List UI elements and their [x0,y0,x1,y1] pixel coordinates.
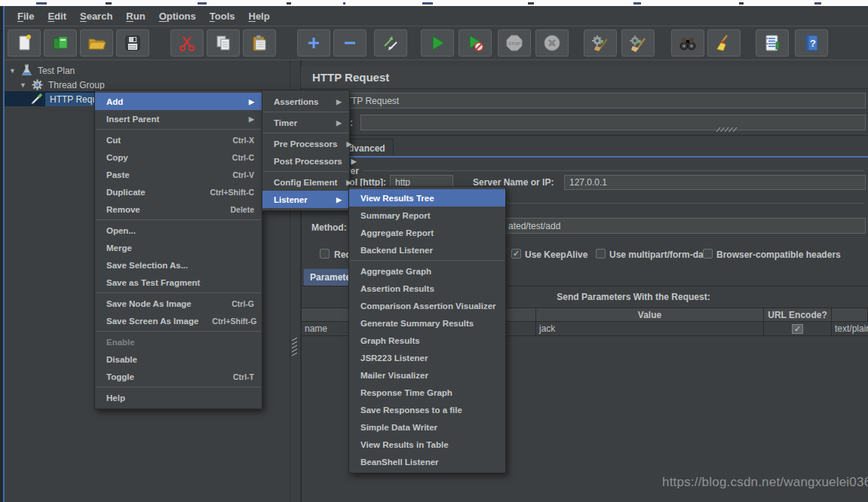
subtract-button[interactable] [333,29,367,57]
tree-item-test-plan[interactable]: ▼ Test Plan [9,63,75,78]
menu-item-jsr223-listener[interactable]: JSR223 Listener [349,349,505,366]
name-field[interactable]: HTTP Request [334,93,866,109]
menu-item-config-element[interactable]: Config Element▶ [262,173,349,191]
menu-item-copy[interactable]: CopyCtrl-C [95,148,262,166]
table-header-value[interactable]: Value [535,308,764,322]
menu-item-save-as-test-fragment[interactable]: Save as Test Fragment [95,274,262,291]
clear-button[interactable] [584,29,617,57]
page-title: HTTP Request [312,71,389,84]
top-artifact [198,2,207,5]
menu-item-open[interactable]: Open... [95,222,262,239]
top-artifact [343,2,345,5]
use-keepalive-checkbox[interactable]: ✓ [511,249,521,259]
menu-item-listener[interactable]: Listener▶ [262,191,349,208]
stop-icon: STOP [505,33,524,53]
browser-compatible-headers-checkbox[interactable] [703,249,713,259]
add-button[interactable] [297,29,330,57]
tree-item-thread-group[interactable]: ▼ Thread Group [20,78,105,92]
templates-icon [51,33,70,53]
menu-item-assertion-results[interactable]: Assertion Results [349,280,505,297]
menu-search[interactable]: Search [73,8,119,25]
menu-item-paste[interactable]: PasteCtrl-V [95,166,262,183]
context-menu: Add▶ Insert Parent▶ CutCtrl-X CopyCtrl-C… [94,90,262,409]
menu-item-insert-parent[interactable]: Insert Parent▶ [95,110,262,127]
table-header-content-type[interactable] [831,308,868,322]
stop-button[interactable]: STOP [498,29,531,57]
paste-button[interactable] [243,29,276,57]
collapse-arrow-icon[interactable]: ▼ [20,81,26,89]
save-button[interactable] [116,29,149,57]
menu-item-add[interactable]: Add▶ [95,93,262,110]
menu-item-help[interactable]: Help [95,389,262,406]
copy-button[interactable] [207,29,240,57]
menu-item-save-node-as-image[interactable]: Save Node As ImageCtrl-G [95,295,262,312]
table-header-url-encode[interactable]: URL Encode? [763,308,832,322]
method-label: Method: [311,222,347,233]
table-cell-content-type[interactable]: text/plain [831,322,868,336]
cut-scissors-icon [177,33,197,53]
redirect-automatically-checkbox[interactable] [320,249,330,259]
menubar: File Edit Search Run Options Tools Help [5,6,868,26]
menu-item-duplicate[interactable]: DuplicateCtrl+Shift-C [95,183,262,200]
clear-gear-broom-icon [590,33,610,53]
menu-item-backend-listener[interactable]: Backend Listener [349,241,505,259]
search-reset-button[interactable] [707,29,741,57]
menu-item-disable[interactable]: Disable [95,350,262,368]
table-cell-url-encode[interactable]: ✓ [763,322,832,336]
menu-item-beanshell-listener[interactable]: BeanShell Listener [349,453,505,470]
menu-item-post-processors[interactable]: Post Processors▶ [262,152,349,170]
add-submenu: Assertions▶ Timer▶ Pre Processors▶ Post … [262,90,350,211]
menu-tools[interactable]: Tools [203,8,242,25]
menu-item-view-results-tree[interactable]: View Results Tree [349,189,505,207]
menu-item-merge[interactable]: Merge [95,239,262,256]
menu-item-response-time-graph[interactable]: Response Time Graph [349,384,505,401]
menu-item-assertions[interactable]: Assertions▶ [262,93,349,110]
shutdown-button[interactable] [535,29,569,57]
start-no-pauses-button[interactable] [459,29,492,57]
clear-all-button[interactable] [621,29,655,57]
menu-item-graph-results[interactable]: Graph Results [349,332,505,349]
menu-run[interactable]: Run [119,8,152,25]
splitter-grip[interactable] [291,337,299,357]
menu-item-mailer-visualizer[interactable]: Mailer Visualizer [349,366,505,384]
collapse-arrow-icon[interactable]: ▼ [9,67,16,75]
menu-separator [263,133,348,133]
menu-item-save-selection-as[interactable]: Save Selection As... [95,256,262,274]
menu-item-enable[interactable]: Enable [95,333,262,350]
menu-help[interactable]: Help [241,8,276,25]
menu-item-aggregate-report[interactable]: Aggregate Report [349,224,505,241]
menu-item-cut[interactable]: CutCtrl-X [95,131,262,148]
menu-item-view-results-in-table[interactable]: View Results in Table [349,436,505,453]
cut-button[interactable] [170,29,204,57]
server-name-field[interactable]: 127.0.0.1 [564,175,866,190]
comments-field[interactable] [360,115,866,130]
templates-button[interactable] [44,29,77,57]
url-encode-checkbox[interactable]: ✓ [792,324,803,334]
paste-clipboard-icon [250,33,269,53]
menu-item-pre-processors[interactable]: Pre Processors▶ [262,135,349,152]
use-multipart-checkbox[interactable] [596,249,606,259]
menu-file[interactable]: File [11,8,41,25]
menu-item-remove[interactable]: RemoveDelete [95,200,262,218]
new-button[interactable] [8,29,41,57]
menu-item-comparison-assertion-visualizer[interactable]: Comparison Assertion Visualizer [349,297,505,314]
search-button[interactable] [671,29,704,57]
menu-item-toggle[interactable]: ToggleCtrl-T [95,368,262,385]
splitter-grip-horizontal[interactable] [715,126,738,133]
menu-edit[interactable]: Edit [41,8,73,25]
menu-item-generate-summary-results[interactable]: Generate Summary Results [349,314,505,332]
menu-item-summary-report[interactable]: Summary Report [349,207,505,224]
tab-underline [301,156,868,158]
table-cell-value[interactable]: jack [535,322,764,336]
function-helper-button[interactable] [756,29,789,57]
open-button[interactable] [80,29,113,57]
toggle-button[interactable] [374,29,407,57]
menu-item-simple-data-writer[interactable]: Simple Data Writer [349,418,505,436]
menu-options[interactable]: Options [152,8,203,25]
start-button[interactable] [421,29,454,57]
menu-item-timer[interactable]: Timer▶ [262,114,349,131]
menu-item-save-screen-as-image[interactable]: Save Screen As ImageCtrl+Shift-G [95,312,262,329]
menu-item-aggregate-graph[interactable]: Aggregate Graph [349,262,505,280]
help-button[interactable]: ? [795,29,828,57]
menu-item-save-responses-to-a-file[interactable]: Save Responses to a file [349,401,505,418]
